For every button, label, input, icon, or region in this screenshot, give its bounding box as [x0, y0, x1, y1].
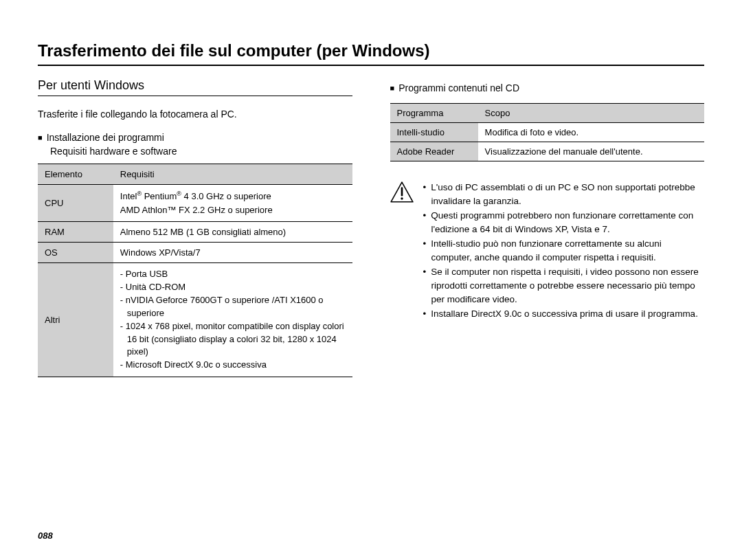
install-subheading: Requisiti hardware e software: [50, 146, 352, 157]
table-row: Adobe Reader Visualizzazione del manuale…: [390, 142, 705, 161]
list-item: 1024 x 768 pixel, monitor compatibile co…: [120, 320, 346, 359]
cell-program-desc: Modifica di foto e video.: [478, 123, 704, 142]
requirements-table: Elemento Requisiti CPU Intel® Pentium® 4…: [38, 164, 352, 377]
install-heading: Installazione dei programmi: [38, 132, 352, 143]
cell-os-value: Windows XP/Vista/7: [113, 243, 352, 263]
warning-icon: [390, 181, 414, 322]
cell-other-label: Altri: [38, 263, 113, 377]
cell-program-desc: Visualizzazione del manuale dell'utente.: [478, 142, 704, 161]
right-column: Programmi contenuti nel CD Programma Sco…: [390, 78, 705, 377]
header-programma: Programma: [390, 104, 478, 123]
list-item: nVIDIA Geforce 7600GT o superiore /ATI X…: [120, 294, 346, 320]
cpu-spec: 4 3.0 GHz o superiore: [181, 191, 271, 201]
warning-item: Se il computer non rispetta i requisiti,…: [423, 265, 705, 306]
cpu-alt: AMD Athlon™ FX 2.2 GHz o superiore: [120, 203, 346, 217]
svg-point-2: [401, 197, 403, 199]
cell-program-name: Adobe Reader: [390, 142, 478, 161]
other-items-list: Porta USB Unità CD-ROM nVIDIA Geforce 76…: [120, 268, 346, 372]
programs-table: Programma Scopo Intelli-studio Modifica …: [390, 103, 705, 161]
warning-item: Questi programmi potrebbero non funziona…: [423, 209, 705, 236]
page-title: Trasferimento dei file sul computer (per…: [38, 41, 704, 66]
list-item: Microsoft DirectX 9.0c o successiva: [120, 359, 346, 372]
cpu-brand: Intel: [120, 191, 137, 201]
warning-item: Intelli-studio può non funzionare corret…: [423, 237, 705, 264]
table-row: Altri Porta USB Unità CD-ROM nVIDIA Gefo…: [38, 263, 352, 377]
cell-os-label: OS: [38, 243, 113, 263]
table-row: OS Windows XP/Vista/7: [38, 243, 352, 263]
table-row: Intelli-studio Modifica di foto e video.: [390, 123, 705, 142]
cell-cpu-label: CPU: [38, 185, 113, 222]
header-requisiti: Requisiti: [113, 164, 352, 185]
cell-other-value: Porta USB Unità CD-ROM nVIDIA Geforce 76…: [113, 263, 352, 377]
two-column-layout: Per utenti Windows Trasferite i file col…: [38, 78, 704, 377]
cell-ram-label: RAM: [38, 222, 113, 243]
table-header-row: Elemento Requisiti: [38, 164, 352, 185]
section-subhead: Per utenti Windows: [38, 78, 352, 96]
intro-text: Trasferite i file collegando la fotocame…: [38, 109, 352, 120]
header-elemento: Elemento: [38, 164, 113, 185]
cell-ram-value: Almeno 512 MB (1 GB consigliati almeno): [113, 222, 352, 243]
list-item: Unità CD-ROM: [120, 281, 346, 294]
list-item: Porta USB: [120, 268, 346, 281]
warning-item: L'uso di PC assemblati o di un PC e SO n…: [423, 181, 705, 208]
table-row: RAM Almeno 512 MB (1 GB consigliati alme…: [38, 222, 352, 243]
cell-program-name: Intelli-studio: [390, 123, 478, 142]
cpu-model: Pentium: [142, 191, 177, 201]
table-row: CPU Intel® Pentium® 4 3.0 GHz o superior…: [38, 185, 352, 222]
manual-page: Trasferimento dei file sul computer (per…: [0, 0, 742, 560]
left-column: Per utenti Windows Trasferite i file col…: [38, 78, 352, 377]
warning-block: L'uso di PC assemblati o di un PC e SO n…: [390, 181, 705, 322]
warning-item: Installare DirectX 9.0c o successiva pri…: [423, 307, 705, 321]
programs-heading: Programmi contenuti nel CD: [390, 82, 705, 93]
registered-icon: ®: [177, 190, 181, 197]
header-scopo: Scopo: [478, 104, 704, 123]
table-header-row: Programma Scopo: [390, 104, 705, 123]
cell-cpu-value: Intel® Pentium® 4 3.0 GHz o superiore AM…: [113, 185, 352, 222]
warning-list: L'uso di PC assemblati o di un PC e SO n…: [423, 181, 705, 322]
page-number: 088: [38, 530, 53, 541]
